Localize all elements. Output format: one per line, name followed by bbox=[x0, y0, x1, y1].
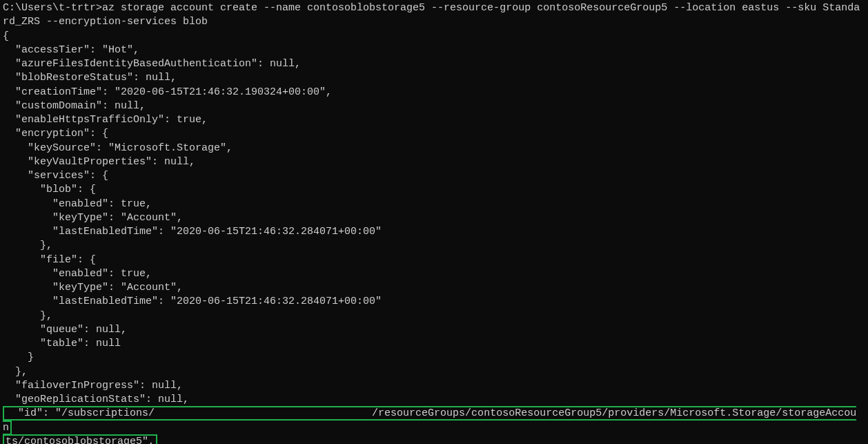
json-file-last-enabled: "lastEnabledTime": "2020-06-15T21:46:32.… bbox=[3, 296, 382, 307]
highlighted-id-line-1: "id": "/subscriptions/ /resourceGroups/c… bbox=[3, 406, 856, 434]
json-access-tier: "accessTier": "Hot", bbox=[3, 44, 139, 56]
json-table: "table": null bbox=[3, 338, 121, 349]
highlighted-id-line-2: ts/contosoblobstorage5", bbox=[3, 434, 157, 444]
json-encryption-open: "encryption": { bbox=[3, 128, 108, 139]
json-key-vault: "keyVaultProperties": null, bbox=[3, 156, 195, 168]
command-text: az storage account create --name contoso… bbox=[3, 2, 860, 28]
json-file-keytype: "keyType": "Account", bbox=[3, 282, 183, 293]
json-creation-time: "creationTime": "2020-06-15T21:46:32.190… bbox=[3, 86, 332, 98]
json-azure-files: "azureFilesIdentityBasedAuthentication":… bbox=[3, 58, 301, 70]
json-geo-replication: "geoReplicationStats": null, bbox=[3, 394, 189, 405]
json-services-open: "services": { bbox=[3, 170, 108, 182]
json-key-source: "keySource": "Microsoft.Storage", bbox=[3, 142, 233, 154]
json-blob-last-enabled: "lastEnabledTime": "2020-06-15T21:46:32.… bbox=[3, 226, 382, 238]
json-id-part1: "id": "/subscriptions/ /resourceGroups/c… bbox=[3, 407, 856, 433]
json-queue: "queue": null, bbox=[3, 324, 127, 336]
json-blob-restore: "blobRestoreStatus": null, bbox=[3, 72, 177, 84]
json-blob-open: "blob": { bbox=[3, 184, 96, 195]
json-encryption-close: }, bbox=[3, 366, 28, 378]
prompt-path: C:\Users\t-trtr> bbox=[3, 2, 102, 14]
json-custom-domain: "customDomain": null, bbox=[3, 100, 146, 112]
json-file-enabled: "enabled": true, bbox=[3, 268, 152, 280]
json-enable-https: "enableHttpsTrafficOnly": true, bbox=[3, 114, 208, 126]
json-blob-enabled: "enabled": true, bbox=[3, 198, 152, 210]
json-services-close: } bbox=[3, 351, 34, 363]
terminal-output[interactable]: C:\Users\t-trtr>az storage account creat… bbox=[3, 1, 865, 444]
command-prompt: C:\Users\t-trtr>az storage account creat… bbox=[3, 2, 860, 28]
json-id-part2: ts/contosoblobstorage5", bbox=[6, 436, 155, 444]
json-file-close: }, bbox=[3, 310, 52, 322]
json-open-brace: { bbox=[3, 30, 9, 42]
json-file-open: "file": { bbox=[3, 254, 96, 266]
json-blob-keytype: "keyType": "Account", bbox=[3, 212, 183, 224]
json-blob-close: }, bbox=[3, 240, 52, 251]
json-failover: "failoverInProgress": null, bbox=[3, 380, 183, 392]
